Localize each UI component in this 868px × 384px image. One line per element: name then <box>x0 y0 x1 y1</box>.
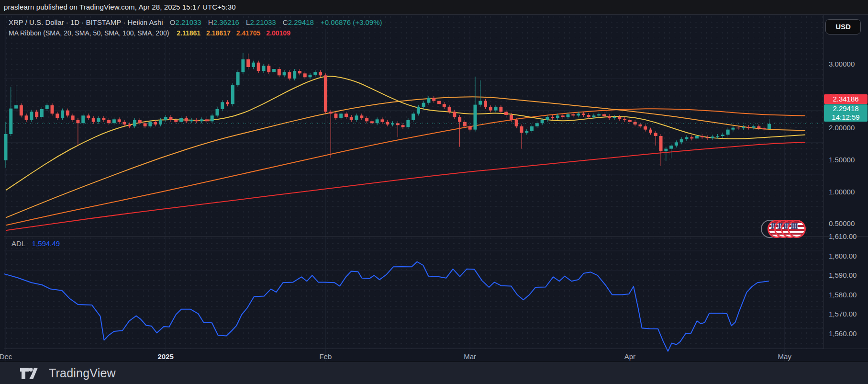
time-axis-label: Feb <box>319 352 332 361</box>
symbol-legend[interactable]: XRP / U.S. Dollar · 1D · BITSTAMP · Heik… <box>9 18 382 26</box>
adl-value: 1,594.49 <box>32 239 60 248</box>
chart-canvas[interactable] <box>0 14 868 361</box>
ma-value: 2.18617 <box>206 29 231 37</box>
top-attribution-bar: praslearn published on TradingView.com, … <box>0 0 868 14</box>
price-axis-label: 3.00000 <box>829 60 855 68</box>
flag-marker-cluster[interactable] <box>761 218 806 239</box>
adl-label[interactable]: ADL <box>11 239 25 248</box>
footer-bar: TradingView <box>0 361 868 384</box>
us-flag-icon[interactable] <box>788 220 806 238</box>
chart-left-border <box>4 14 4 361</box>
adl-axis-label: 1,600.00 <box>829 252 857 260</box>
ma-value: 2.00109 <box>266 29 290 37</box>
open-label: O <box>170 18 176 26</box>
low-value: 2.21033 <box>250 18 276 26</box>
ma-ribbon-values: 2.118612.186172.417052.00109 <box>171 29 290 37</box>
price-axis-label: 1.50000 <box>829 156 855 164</box>
ma-value: 2.41705 <box>236 29 261 37</box>
price-axis-label: 2.00000 <box>829 124 855 132</box>
adl-axis-label: 1,590.00 <box>829 271 857 280</box>
bar-countdown: 14:12:59 <box>824 113 868 122</box>
tradingview-logo-icon[interactable] <box>19 367 38 380</box>
time-axis-label: 2025 <box>157 352 173 361</box>
time-axis-label: Mar <box>464 352 476 361</box>
price-axis-border[interactable] <box>823 14 824 349</box>
last-price-value: 2.29418 <box>824 104 868 113</box>
ma-value: 2.11861 <box>177 29 200 37</box>
flag-canton <box>791 223 798 229</box>
change-value: +0.06876 (+3.09%) <box>321 18 382 26</box>
open-value: 2.21033 <box>175 18 201 26</box>
chart-dot-grid-background <box>4 14 823 349</box>
close-value: 2.29418 <box>288 18 314 26</box>
adl-axis-label: 1,610.00 <box>829 232 857 241</box>
tradingview-published-chart: { "topbar": { "attribution": "praslearn … <box>0 0 868 384</box>
adl-axis-label: 1,580.00 <box>829 291 857 299</box>
tradingview-brand-text[interactable]: TradingView <box>49 366 116 380</box>
symbol-title[interactable]: XRP / U.S. Dollar · 1D · BITSTAMP · Heik… <box>9 18 163 26</box>
pane-separator[interactable] <box>4 236 868 237</box>
price-axis-label: 1.00000 <box>829 188 855 196</box>
high-value: 2.36216 <box>213 18 239 26</box>
alert-price-badge: 2.34186 <box>824 94 868 104</box>
adl-indicator-legend[interactable]: ADL 1,594.49 <box>11 239 60 248</box>
time-axis-label: May <box>778 352 791 361</box>
last-price-badge: 2.29418 14:12:59 <box>824 104 868 122</box>
time-axis-border[interactable] <box>4 349 868 349</box>
adl-axis-label: 1,570.00 <box>829 310 857 318</box>
adl-axis-label: 1,560.00 <box>829 329 857 338</box>
time-axis-label: Dec <box>0 352 12 361</box>
time-axis-label: Apr <box>624 352 635 361</box>
high-label: H <box>208 18 213 26</box>
ma-ribbon-title[interactable]: MA Ribbon (SMA, 20, SMA, 50, SMA, 100, S… <box>9 29 169 37</box>
attribution-text: praslearn published on TradingView.com, … <box>4 3 236 11</box>
close-label: C <box>283 18 288 26</box>
currency-toggle-button[interactable]: USD <box>825 19 861 34</box>
chart-top-border <box>0 14 868 15</box>
ma-ribbon-legend[interactable]: MA Ribbon (SMA, 20, SMA, 50, SMA, 100, S… <box>9 29 290 37</box>
price-axis-label: 0.50000 <box>829 219 855 228</box>
